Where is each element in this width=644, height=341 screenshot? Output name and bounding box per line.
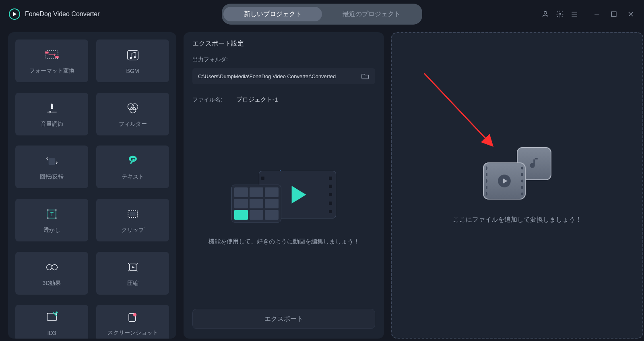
export-panel: エクスポート設定 出力フォルダ: C:\Users\DumpMedia\Fone…	[184, 32, 384, 339]
output-folder-field[interactable]: C:\Users\DumpMedia\FoneDog Video Convert…	[192, 68, 375, 84]
brand: FoneDog Video Converter	[9, 8, 100, 20]
tool-label: フォーマット変換	[29, 67, 74, 75]
tab-new-project[interactable]: 新しいプロジェクト	[223, 7, 322, 21]
editor-illustration-icon	[231, 164, 336, 225]
browse-folder-icon[interactable]	[361, 72, 369, 81]
svg-point-7	[130, 57, 132, 59]
svg-rect-6	[127, 50, 138, 60]
svg-rect-2	[611, 12, 616, 17]
export-section-title: エクスポート設定	[192, 40, 375, 48]
output-folder-value: C:\Users\DumpMedia\FoneDog Video Convert…	[198, 73, 336, 79]
header-actions	[541, 10, 635, 19]
tool-text[interactable]: テキスト	[96, 146, 169, 188]
title-bar: FoneDog Video Converter 新しいプロジェクト 最近のプロジ…	[0, 0, 644, 28]
svg-point-13	[130, 107, 136, 113]
window-minimize-icon[interactable]	[592, 10, 601, 19]
tool-label: 回転/反転	[40, 173, 64, 181]
svg-rect-23	[130, 212, 135, 216]
tool-id3[interactable]: ID3	[15, 305, 88, 339]
tool-screenshot[interactable]: スクリーンショット	[96, 305, 169, 339]
tool-filter[interactable]: フィルター	[96, 93, 169, 135]
tool-watermark[interactable]: T 透かし	[15, 199, 88, 241]
svg-point-1	[559, 13, 561, 15]
svg-point-21	[55, 217, 56, 218]
svg-point-12	[132, 104, 138, 110]
tools-panel: フォーマット変換 BGM 音量調節 フィルター 回転/反転	[8, 32, 176, 339]
tool-label: ID3	[47, 330, 56, 336]
tool-format-convert[interactable]: フォーマット変換	[15, 40, 88, 82]
tool-label: 透かし	[43, 227, 60, 234]
app-title: FoneDog Video Converter	[25, 10, 100, 18]
svg-point-20	[47, 217, 48, 218]
svg-point-8	[134, 56, 136, 58]
canvas-hint-text: 機能を使用して、好きのように動画を編集しましょう！	[196, 236, 372, 247]
svg-line-32	[424, 73, 493, 146]
svg-point-19	[55, 209, 56, 210]
tool-label: BGM	[126, 68, 139, 74]
settings-gear-icon[interactable]	[555, 10, 564, 19]
svg-rect-14	[48, 158, 55, 165]
dropzone-media-icon	[483, 147, 551, 200]
app-logo-icon	[9, 8, 20, 20]
svg-point-31	[133, 313, 136, 316]
export-button[interactable]: エクスポート	[192, 309, 375, 329]
tab-recent-project[interactable]: 最近のプロジェクト	[322, 7, 421, 21]
tool-label: フィルター	[119, 121, 147, 128]
svg-point-24	[46, 264, 52, 270]
tool-label: スクリーンショット	[107, 329, 158, 337]
account-icon[interactable]	[541, 10, 550, 19]
tool-rotate-flip[interactable]: 回転/反転	[15, 146, 88, 188]
svg-rect-5	[55, 56, 58, 58]
tool-bgm[interactable]: BGM	[96, 40, 169, 82]
svg-rect-4	[45, 52, 48, 54]
dropzone-hint-text: ここにファイルを追加して変換しましょう！	[453, 216, 582, 224]
tool-clip[interactable]: クリップ	[96, 199, 169, 241]
tool-3d-effect[interactable]: 3D効果	[15, 252, 88, 295]
svg-point-25	[52, 264, 57, 270]
tool-label: 圧縮	[127, 280, 138, 287]
svg-point-9	[51, 107, 53, 109]
tool-label: クリップ	[122, 227, 144, 234]
tool-label: 3D効果	[43, 280, 61, 287]
project-tabs: 新しいプロジェクト 最近のプロジェクト	[222, 4, 422, 25]
svg-point-10	[49, 111, 51, 113]
tool-volume[interactable]: 音量調節	[15, 93, 88, 135]
svg-text:T: T	[50, 211, 53, 217]
tool-label: 音量調節	[41, 121, 63, 128]
window-maximize-icon[interactable]	[609, 10, 618, 19]
svg-point-18	[47, 209, 48, 210]
window-close-icon[interactable]	[626, 10, 635, 19]
tool-label: テキスト	[122, 173, 144, 181]
tool-compress[interactable]: 圧縮	[96, 252, 169, 295]
svg-point-0	[544, 11, 547, 14]
svg-point-29	[56, 312, 58, 314]
annotation-arrow-icon	[420, 69, 509, 158]
menu-icon[interactable]	[570, 10, 579, 19]
file-drop-zone[interactable]: ここにファイルを追加して変換しましょう！	[391, 32, 643, 339]
editor-canvas-placeholder: 機能を使用して、好きのように動画を編集しましょう！	[192, 102, 375, 309]
svg-marker-27	[132, 266, 135, 268]
output-folder-label: 出力フォルダ:	[192, 56, 375, 63]
